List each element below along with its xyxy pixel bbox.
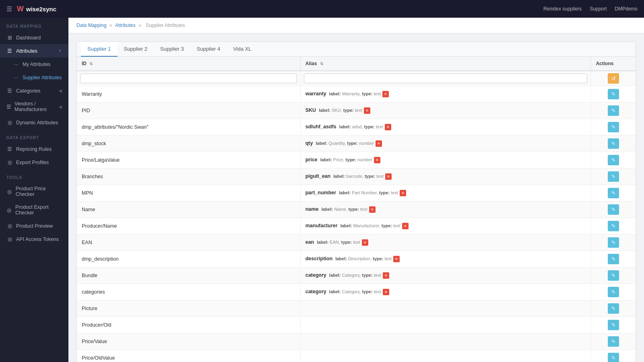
edit-button-1[interactable]: ✎ — [608, 105, 619, 116]
edit-button-7[interactable]: ✎ — [608, 204, 619, 215]
edit-button-14[interactable]: ✎ — [608, 320, 619, 330]
alias-delete-button[interactable]: ✕ — [385, 173, 392, 180]
sidebar-item-product-price-checker[interactable]: ◎ Product Price Checker — [0, 182, 68, 201]
sidebar-item-label: Repricing Rules — [16, 146, 52, 152]
sidebar-item-label: Vendors / Manufacturers — [14, 101, 56, 112]
attributes-icon: ☰ — [6, 48, 13, 54]
edit-button-15[interactable]: ✎ — [608, 336, 619, 347]
alias-delete-button[interactable]: ✕ — [369, 206, 376, 213]
tab-vida-xl[interactable]: Vida XL — [227, 42, 258, 57]
sidebar-item-product-preview[interactable]: ◎ Product Preview — [0, 219, 68, 232]
tools-section-label: TOOLS — [0, 169, 68, 182]
user-menu[interactable]: DMPdemo — [615, 6, 638, 12]
filter-cell-id — [77, 71, 300, 86]
logo-w-icon: W — [17, 5, 24, 13]
cell-id-4: Price/LatgaValue — [77, 152, 300, 169]
edit-button-5[interactable]: ✎ — [608, 171, 619, 182]
cell-actions-15: ✎ — [591, 333, 636, 350]
sidebar-item-export-profiles[interactable]: ◎ Export Profiles — [0, 156, 68, 169]
logo-text: wise2sync — [26, 6, 56, 12]
alias-delete-button[interactable]: ✕ — [364, 107, 370, 114]
reindex-suppliers-link[interactable]: Reindex suppliers — [543, 6, 582, 12]
edit-button-6[interactable]: ✎ — [608, 188, 619, 198]
edit-button-2[interactable]: ✎ — [608, 122, 619, 132]
sidebar-item-dynamic-attributes[interactable]: ◎ Dynamic Attributes — [0, 116, 68, 129]
alias-delete-button[interactable]: ✕ — [402, 223, 409, 229]
cell-alias-4: price label: Price, type: number✕ — [300, 152, 591, 169]
sidebar-item-product-export-checker[interactable]: ◎ Product Export Checker — [0, 201, 68, 219]
edit-button-10[interactable]: ✎ — [608, 254, 619, 264]
cell-alias-5: pigult_ean label: barcode, type: text✕ — [300, 169, 591, 185]
navbar-right: Reindex suppliers Support DMPdemo — [543, 6, 638, 12]
alias-delete-button[interactable]: ✕ — [385, 124, 391, 130]
alias-delete-button[interactable]: ✕ — [383, 289, 389, 295]
alias-main: ean — [305, 239, 314, 245]
edit-button-11[interactable]: ✎ — [608, 270, 619, 281]
cell-actions-4: ✎ — [591, 152, 636, 169]
cell-id-6: MPN — [77, 185, 300, 202]
alias-meta: label: Warranty, type: text — [328, 91, 381, 96]
tab-supplier1[interactable]: Supplier 1 — [81, 42, 118, 57]
alias-delete-button[interactable]: ✕ — [362, 239, 368, 246]
table-row: Price/OldValue✎ — [77, 350, 636, 362]
sidebar-item-repricing-rules[interactable]: ☰ Repricing Rules — [0, 142, 68, 156]
alias-meta: label: Description, type: text — [334, 256, 392, 261]
categories-icon: ☰ — [6, 88, 13, 94]
support-link[interactable]: Support — [590, 6, 607, 12]
cell-id-3: dmp_stock — [77, 136, 300, 152]
alias-main: name — [305, 206, 319, 212]
sidebar-item-my-attributes[interactable]: ··· My Attributes — [0, 58, 68, 71]
edit-button-13[interactable]: ✎ — [608, 303, 619, 314]
cell-alias-13 — [300, 300, 591, 317]
sort-icon-id: ⇅ — [89, 62, 93, 66]
alias-delete-button[interactable]: ✕ — [400, 190, 406, 196]
tab-supplier2[interactable]: Supplier 2 — [118, 42, 154, 57]
breadcrumb-attributes[interactable]: Attributes — [115, 23, 136, 28]
alias-delete-button[interactable]: ✕ — [393, 256, 400, 262]
filter-input-alias[interactable] — [304, 74, 588, 83]
alias-delete-button[interactable]: ✕ — [382, 91, 389, 97]
breadcrumb-data-mapping[interactable]: Data Mapping — [76, 23, 107, 28]
sidebar-item-attributes[interactable]: ☰ Attributes ▼ — [0, 44, 68, 58]
alias-delete-button[interactable]: ✕ — [383, 272, 389, 279]
data-export-section-label: DATA EXPORT — [0, 129, 68, 142]
hamburger-icon[interactable]: ☰ — [6, 5, 12, 13]
edit-button-12[interactable]: ✎ — [608, 287, 619, 297]
filter-input-id[interactable] — [80, 74, 297, 83]
alias-delete-button[interactable]: ✕ — [376, 140, 382, 147]
breadcrumb-sep-2: » — [138, 23, 142, 28]
tab-supplier3[interactable]: Supplier 3 — [154, 42, 190, 57]
table-row: Namename label: Name, type: text✕✎ — [77, 202, 636, 218]
cell-actions-8: ✎ — [591, 218, 636, 234]
alias-meta: label: barcode, type: text — [332, 174, 384, 179]
sidebar-item-label: Supplier Attributes — [23, 75, 62, 80]
cell-id-2: dmp_attributes/"Nordic Swan" — [77, 119, 300, 136]
alias-meta: label: Name, type: text — [320, 207, 367, 212]
tab-supplier4[interactable]: Supplier 4 — [190, 42, 227, 57]
edit-button-9[interactable]: ✎ — [608, 237, 619, 248]
sidebar-item-label: My Attributes — [23, 62, 50, 67]
col-header-id: ID ⇅ — [77, 57, 300, 71]
sidebar-item-categories[interactable]: ☰ Categories ◀ — [0, 84, 68, 97]
sidebar-item-api-access-tokens[interactable]: ◎ API Access Tokens — [0, 232, 68, 246]
edit-button-3[interactable]: ✎ — [608, 138, 619, 149]
edit-button-16[interactable]: ✎ — [608, 353, 619, 362]
alias-main: category — [305, 289, 326, 294]
edit-button-0[interactable]: ✎ — [608, 89, 619, 99]
edit-button-8[interactable]: ✎ — [608, 221, 619, 231]
cell-actions-5: ✎ — [591, 169, 636, 185]
sidebar-item-supplier-attributes[interactable]: ··· Supplier Attributes — [0, 71, 68, 84]
cell-id-5: Branches — [77, 169, 300, 185]
edit-button-4[interactable]: ✎ — [608, 155, 619, 165]
sidebar-item-vendors[interactable]: ☰ Vendors / Manufacturers ◀ — [0, 97, 68, 116]
alias-delete-button[interactable]: ✕ — [374, 157, 380, 163]
sidebar-item-label: Product Preview — [16, 223, 53, 229]
cell-alias-3: qty label: Quantity, type: number✕ — [300, 136, 591, 152]
sidebar-item-dashboard[interactable]: ⊞ Dashboard — [0, 31, 68, 44]
chevron-right-icon-2: ◀ — [59, 105, 62, 109]
main-content: Data Mapping » Attributes » Supplier Att… — [68, 18, 644, 362]
alias-main: category — [305, 272, 326, 278]
attributes-table: ID ⇅ Alias ⇅ Actions — [77, 57, 636, 362]
repricing-rules-icon: ☰ — [6, 146, 13, 152]
refresh-button[interactable]: ↺ — [608, 73, 619, 84]
